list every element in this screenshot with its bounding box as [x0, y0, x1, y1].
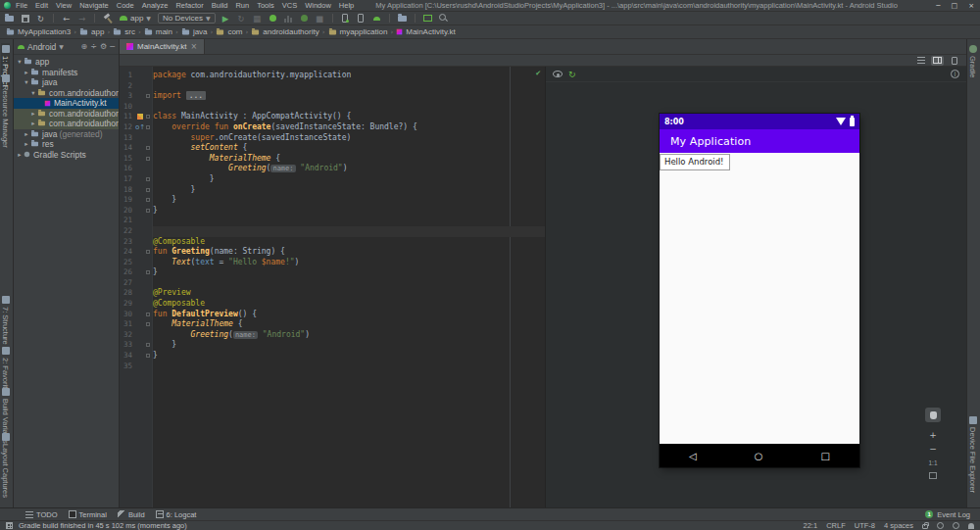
tool-strip-7-structure[interactable]: 7: Structure: [1, 294, 10, 347]
apply-code-changes-icon[interactable]: [299, 13, 310, 24]
expand-arrow-icon[interactable]: ▸: [29, 110, 37, 118]
back-icon[interactable]: ←: [61, 13, 72, 24]
zoom-in-icon[interactable]: +: [929, 431, 937, 440]
collapse-all-icon[interactable]: ÷: [90, 42, 97, 51]
menu-help[interactable]: Help: [339, 1, 354, 10]
feedback-smiley-icon[interactable]: [953, 522, 959, 529]
sdk-manager-icon[interactable]: [371, 13, 382, 24]
breadcrumb-item-main[interactable]: main: [144, 27, 172, 36]
code-line-25[interactable]: 25 Text(text = "Hello $name!"): [120, 258, 545, 268]
tree-item-manifests[interactable]: ▸manifests: [14, 68, 119, 78]
menu-refactor[interactable]: Refactor: [175, 1, 203, 10]
build-hammer-icon[interactable]: [102, 13, 113, 24]
code-line-16[interactable]: 16 Greeting(name: "Android"): [120, 164, 545, 174]
device-select[interactable]: No Devices ▼: [158, 13, 216, 24]
breadcrumb-item-myapplication[interactable]: myapplication: [328, 27, 388, 36]
indent-setting[interactable]: 4 spaces: [884, 521, 913, 530]
menu-view[interactable]: View: [56, 1, 72, 10]
breadcrumb-item-androidauthority[interactable]: androidauthority: [251, 27, 318, 36]
tree-item-res[interactable]: ▸res: [14, 139, 119, 150]
info-icon[interactable]: i: [951, 70, 959, 78]
tool-strip-layout-captures[interactable]: Layout Captures: [1, 431, 10, 500]
expand-arrow-icon[interactable]: ▸: [29, 120, 37, 127]
breadcrumb-item-src[interactable]: src: [113, 27, 135, 36]
project-view-selector[interactable]: Android: [27, 42, 56, 52]
code-line-31[interactable]: 31 MaterialTheme {: [120, 319, 545, 330]
tree-item-java[interactable]: ▸java (generated): [14, 129, 119, 140]
expand-arrow-icon[interactable]: ▸: [23, 140, 30, 148]
fold-marker-icon[interactable]: [146, 146, 150, 150]
breadcrumb-item-java[interactable]: java: [181, 27, 208, 36]
fold-marker-icon[interactable]: [146, 313, 150, 316]
fold-marker-icon[interactable]: [146, 354, 150, 358]
code-line-27[interactable]: 27: [120, 278, 545, 289]
code-line-12[interactable]: 12o↑ override fun onCreate(savedInstance…: [120, 122, 545, 133]
tree-item-com-androidauthority-my[interactable]: ▾com.androidauthority.my: [14, 88, 119, 99]
fold-marker-icon[interactable]: [146, 209, 150, 213]
code-line-1[interactable]: 1package com.androidauthority.myapplicat…: [120, 71, 545, 81]
chevron-down-icon[interactable]: ▼: [59, 43, 64, 50]
run-coverage-icon[interactable]: ▦: [252, 13, 263, 24]
close-icon[interactable]: ×: [968, 2, 974, 10]
code-line-11[interactable]: 11class MainActivity : AppCompatActivity…: [120, 112, 545, 122]
tree-item-com-androidauthority-my[interactable]: ▸com.androidauthority.my: [14, 109, 119, 120]
line-ending[interactable]: CRLF: [826, 521, 846, 530]
code-line-30[interactable]: 30fun DefaultPreview() {: [120, 310, 545, 320]
breadcrumb-item-myapplication3[interactable]: MyApplication3: [6, 27, 71, 36]
lock-icon[interactable]: [922, 524, 928, 529]
fold-marker-icon[interactable]: [146, 322, 150, 326]
menu-window[interactable]: Window: [305, 1, 331, 10]
fold-marker-icon[interactable]: [146, 157, 150, 161]
tree-item-com-androidauthority-my[interactable]: ▸com.androidauthority.my: [14, 119, 119, 129]
forward-icon[interactable]: →: [76, 13, 87, 24]
code-line-34[interactable]: 34}: [120, 351, 545, 361]
run-configuration-select[interactable]: app ▼: [118, 13, 153, 24]
nav-home-icon[interactable]: ○: [755, 451, 763, 461]
layout-inspector-icon[interactable]: [422, 13, 433, 24]
code-line-32[interactable]: 32 Greeting(name: "Android"): [120, 330, 545, 341]
code-line-33[interactable]: 33 }: [120, 340, 545, 351]
status-message[interactable]: Gradle build finished in 45 s 102 ms (mo…: [19, 521, 187, 530]
expand-arrow-icon[interactable]: ▾: [23, 78, 30, 86]
tool-strip-gradle[interactable]: Gradle: [968, 43, 977, 80]
fold-marker-icon[interactable]: [146, 270, 150, 274]
expand-arrow-icon[interactable]: ▾: [29, 89, 37, 97]
code-line-22[interactable]: 22: [120, 226, 545, 237]
fold-marker-icon[interactable]: [146, 250, 150, 254]
open-file-icon[interactable]: [4, 13, 15, 24]
apply-changes-icon[interactable]: ↻: [236, 13, 247, 24]
breadcrumb-item-com[interactable]: com: [216, 27, 242, 36]
tab-mainactivity[interactable]: MainActivity.kt ×: [120, 39, 205, 54]
tool-button-todo[interactable]: TODO: [25, 510, 58, 519]
nav-back-icon[interactable]: ◁: [689, 451, 697, 461]
code-line-18[interactable]: 18 }: [120, 185, 545, 196]
expand-arrow-icon[interactable]: ▸: [23, 130, 30, 138]
code-line-10[interactable]: 10: [120, 102, 545, 113]
code-line-24[interactable]: 24fun Greeting(name: String) {: [120, 247, 545, 258]
code-line-28[interactable]: 28@Preview: [120, 288, 545, 299]
settings-gear-icon[interactable]: ⚙: [100, 42, 107, 51]
tree-item-app[interactable]: ▾app: [14, 57, 119, 68]
menu-code[interactable]: Code: [117, 1, 134, 10]
zoom-out-icon[interactable]: −: [929, 445, 937, 454]
fold-marker-icon[interactable]: [146, 343, 150, 347]
minimize-icon[interactable]: ─: [936, 2, 940, 10]
code-line-21[interactable]: 21: [120, 216, 545, 226]
tree-item-mainactivity-kt[interactable]: MainActivity.kt: [14, 98, 119, 109]
locate-file-icon[interactable]: ⊕: [81, 42, 88, 51]
split-view-icon[interactable]: [931, 56, 944, 66]
tool-window-switcher-icon[interactable]: [6, 522, 13, 529]
breadcrumb-item-app[interactable]: app: [79, 27, 104, 36]
expand-arrow-icon[interactable]: ▸: [23, 69, 30, 76]
fold-marker-icon[interactable]: [146, 188, 150, 192]
inspect-eye-icon[interactable]: [553, 71, 563, 77]
run-icon[interactable]: ▶: [220, 13, 231, 24]
design-view-icon[interactable]: [948, 56, 960, 66]
menu-edit[interactable]: Edit: [35, 1, 48, 10]
nav-recents-icon[interactable]: □: [821, 451, 830, 461]
breadcrumb-item-mainactivity-kt[interactable]: MainActivity.kt: [396, 27, 456, 36]
fold-marker-icon[interactable]: [146, 115, 150, 119]
expand-arrow-icon[interactable]: ▾: [16, 58, 24, 66]
caret-position[interactable]: 22:1: [804, 521, 818, 530]
code-line-20[interactable]: 20}: [120, 206, 545, 217]
